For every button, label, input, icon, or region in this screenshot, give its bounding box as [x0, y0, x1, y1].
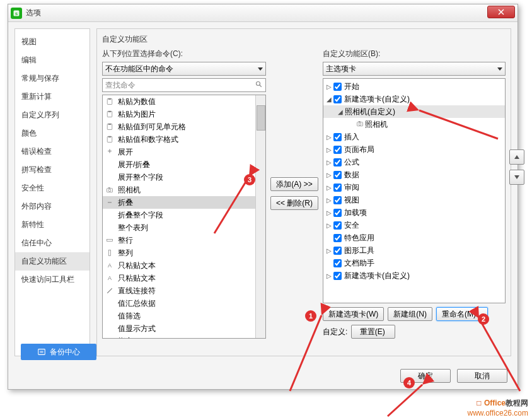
tree-toggle-icon[interactable]: ▷: [326, 247, 332, 254]
ok-button[interactable]: 确定: [400, 369, 451, 383]
sidebar-item[interactable]: 新特性: [15, 216, 90, 234]
tree-item[interactable]: ▷审阅: [323, 181, 505, 194]
command-item[interactable]: 粘贴值到可见单元格: [103, 120, 265, 133]
sidebar-item[interactable]: 错误检查: [15, 143, 90, 161]
close-button[interactable]: [487, 6, 515, 18]
sidebar-item[interactable]: 拼写检查: [15, 161, 90, 179]
tree-checkbox[interactable]: [333, 158, 342, 166]
tree-item[interactable]: ◢新建选项卡(自定义): [323, 93, 505, 105]
scrollbar-thumb[interactable]: [257, 105, 265, 131]
command-item[interactable]: 直线连接符: [103, 284, 265, 297]
command-item[interactable]: 粘贴值和数字格式: [103, 133, 265, 146]
sidebar-item[interactable]: 重新计算: [15, 88, 90, 106]
tree-checkbox[interactable]: [333, 272, 342, 280]
sidebar-item[interactable]: 常规与保存: [15, 69, 90, 88]
tree-checkbox[interactable]: [333, 234, 342, 242]
tree-item[interactable]: ◢照相机(自定义): [323, 105, 505, 118]
new-group-button[interactable]: 新建组(N): [388, 307, 432, 321]
tree-checkbox[interactable]: [333, 184, 342, 192]
tree-checkbox[interactable]: [333, 83, 342, 91]
tree-toggle-icon[interactable]: ▷: [326, 134, 332, 141]
tree-checkbox[interactable]: [333, 95, 342, 103]
tree-item[interactable]: ▷加载项: [323, 206, 505, 219]
commands-list[interactable]: 粘贴为数值粘贴为图片粘贴值到可见单元格粘贴值和数字格式展开展开/折叠展开整个字段…: [102, 95, 266, 339]
search-commands-input[interactable]: 查找命令: [102, 78, 266, 92]
tree-toggle-icon[interactable]: ▷: [326, 197, 332, 204]
command-item[interactable]: 指定: [103, 335, 265, 339]
tree-item[interactable]: ▷页面布局: [323, 143, 505, 156]
tree-item[interactable]: ▷开始: [323, 80, 505, 93]
sidebar-item[interactable]: 安全性: [15, 179, 90, 197]
tree-checkbox[interactable]: [333, 133, 342, 141]
rename-button[interactable]: 重命名(M)...: [436, 307, 488, 321]
move-down-button[interactable]: [509, 170, 524, 185]
blank-icon: [105, 173, 114, 182]
remove-button[interactable]: << 删除(R): [270, 196, 318, 210]
command-item[interactable]: 整列: [103, 247, 265, 259]
command-item[interactable]: 粘贴为数值: [103, 95, 265, 108]
command-item[interactable]: 值显示方式: [103, 322, 265, 335]
sidebar-item[interactable]: 颜色: [15, 124, 90, 143]
sidebar-item[interactable]: 快速访问工具栏: [15, 271, 90, 289]
backup-center-button[interactable]: 备份中心: [21, 344, 96, 360]
tree-toggle-icon[interactable]: ▷: [326, 83, 332, 90]
sidebar-item[interactable]: 视图: [15, 33, 90, 51]
tree-checkbox[interactable]: [333, 209, 342, 217]
add-button[interactable]: 添加(A) >>: [270, 177, 318, 191]
blank-icon: [105, 160, 114, 169]
tree-toggle-icon[interactable]: ◢: [326, 96, 332, 103]
tree-item[interactable]: ▷安全: [323, 219, 505, 231]
tree-toggle-icon[interactable]: ▷: [326, 146, 332, 153]
command-item[interactable]: 展开整个字段: [103, 171, 265, 184]
tree-item[interactable]: 文档助手: [323, 257, 505, 269]
tree-toggle-icon[interactable]: ◢: [337, 108, 344, 115]
tree-item[interactable]: 照相机: [323, 118, 505, 131]
command-item[interactable]: A只粘贴文本: [103, 259, 265, 272]
commands-scrollbar[interactable]: [255, 95, 265, 338]
tree-checkbox[interactable]: [333, 146, 342, 154]
sidebar-item[interactable]: 自定义序列: [15, 106, 90, 124]
command-item[interactable]: 整行: [103, 234, 265, 247]
new-tab-button[interactable]: 新建选项卡(W): [323, 307, 384, 321]
commands-source-combo[interactable]: 不在功能区中的命令: [102, 62, 266, 76]
tree-checkbox[interactable]: [333, 196, 342, 204]
tree-item[interactable]: ▷图形工具: [323, 244, 505, 257]
tree-checkbox[interactable]: [333, 171, 342, 179]
command-item[interactable]: 照相机: [103, 184, 265, 196]
tree-toggle-icon[interactable]: ▷: [326, 209, 332, 216]
tree-toggle-icon[interactable]: ▷: [326, 222, 332, 229]
tree-item[interactable]: ▷公式: [323, 156, 505, 168]
cancel-button[interactable]: 取消: [457, 369, 507, 383]
sidebar-item[interactable]: 外部内容: [15, 197, 90, 216]
ribbon-target-combo[interactable]: 主选项卡: [323, 62, 506, 76]
command-item[interactable]: 整个表列: [103, 221, 265, 234]
reset-dropdown-button[interactable]: 重置(E): [351, 325, 395, 339]
tree-item[interactable]: ▷视图: [323, 194, 505, 206]
tree-toggle-icon[interactable]: ▷: [326, 272, 332, 279]
command-item[interactable]: 值汇总依据: [103, 297, 265, 310]
tree-item[interactable]: 特色应用: [323, 231, 505, 244]
command-item[interactable]: 粘贴为图片: [103, 108, 265, 120]
tree-toggle-icon[interactable]: ▷: [326, 184, 332, 191]
command-item[interactable]: 展开/折叠: [103, 158, 265, 171]
command-item[interactable]: 折叠整个字段: [103, 209, 265, 221]
sidebar-item[interactable]: 编辑: [15, 51, 90, 69]
tree-item[interactable]: ▷新建选项卡(自定义): [323, 269, 505, 282]
tree-item[interactable]: ▷数据: [323, 168, 505, 181]
tree-checkbox[interactable]: [333, 221, 342, 230]
command-item[interactable]: 展开: [103, 146, 265, 158]
command-label: 指定: [118, 336, 133, 339]
ribbon-tree[interactable]: ▷开始◢新建选项卡(自定义)◢照相机(自定义)照相机▷插入▷页面布局▷公式▷数据…: [323, 78, 506, 303]
titlebar[interactable]: S 选项: [8, 4, 518, 22]
tree-checkbox[interactable]: [333, 259, 342, 267]
command-item[interactable]: 值筛选: [103, 310, 265, 322]
command-item[interactable]: A只粘贴文本: [103, 272, 265, 284]
sidebar-item[interactable]: 自定义功能区: [15, 252, 90, 271]
tree-checkbox[interactable]: [333, 247, 342, 255]
tree-toggle-icon[interactable]: ▷: [326, 159, 332, 166]
move-up-button[interactable]: [509, 149, 524, 165]
command-item[interactable]: 折叠: [103, 196, 265, 209]
sidebar-item[interactable]: 信任中心: [15, 234, 90, 252]
tree-toggle-icon[interactable]: ▷: [326, 172, 332, 178]
tree-item[interactable]: ▷插入: [323, 131, 505, 143]
